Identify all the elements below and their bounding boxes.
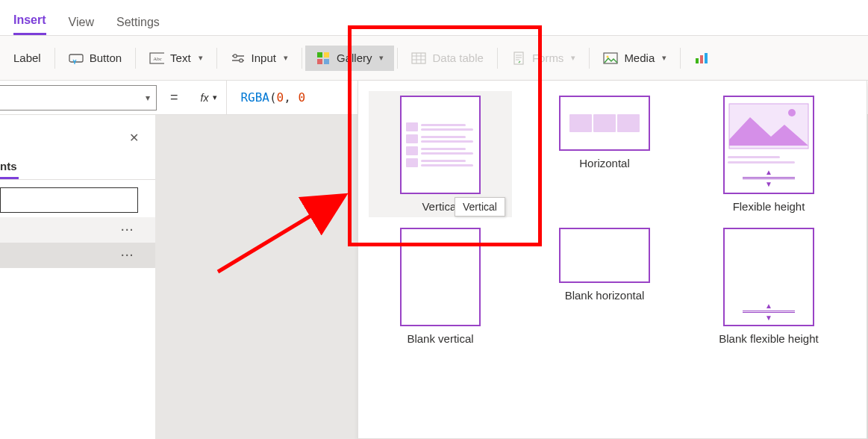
ribbon-separator [497,48,498,69]
gallery-label: Blank horizontal [565,289,645,302]
svg-point-13 [607,55,609,57]
pane-header: ✕ [0,115,155,160]
svg-point-18 [788,109,796,116]
open-paren: ( [269,90,277,105]
label-text: Label [13,52,41,64]
text-label: Text [170,52,191,64]
gallery-option-horizontal[interactable]: Horizontal [537,96,672,213]
ribbon-separator [680,48,681,69]
comma: , [284,90,291,105]
ribbon-label[interactable]: Label [3,46,51,70]
ribbon-chart[interactable] [684,46,712,71]
svg-rect-8 [317,59,322,64]
ribbon-text[interactable]: Abc Text ▾ [139,46,213,71]
svg-text:Abc: Abc [153,56,162,62]
tree-view-pane: ✕ nts ··· ··· [0,115,155,268]
equals-sign: = [157,90,192,105]
chevron-down-icon: ▾ [662,53,666,63]
tab-view[interactable]: View [69,16,94,35]
ribbon-separator [589,48,590,69]
tab-settings[interactable]: Settings [116,16,160,35]
svg-rect-10 [412,53,425,63]
ribbon-separator [397,48,398,69]
chevron-down-icon: ▾ [213,93,217,102]
svg-rect-15 [700,55,703,63]
chevron-down-icon: ▾ [199,53,203,63]
resize-grip-icon: ▲▼ [728,168,810,188]
ribbon-gallery[interactable]: Gallery ▾ [305,46,395,71]
property-dropdown[interactable]: ▾ [0,85,157,110]
table-icon [411,52,426,65]
tree-item[interactable]: ··· [0,217,155,243]
pane-tab-components[interactable]: nts [0,160,19,179]
svg-point-5 [239,58,242,61]
input-slider-icon [231,52,246,65]
top-tabs: Insert View Settings [0,0,868,36]
data-table-label: Data table [432,52,483,64]
svg-rect-6 [317,52,322,57]
gallery-label: Vertical [422,200,458,213]
formula-text[interactable]: RGBA(0, 0 [227,90,305,105]
tree-search-input[interactable] [0,187,138,213]
tab-insert[interactable]: Insert [13,13,46,35]
fx-label: fx [201,92,209,104]
gallery-grid-icon [316,52,331,65]
gallery-label: Gallery [337,52,372,64]
image-icon [603,52,618,65]
gallery-option-flexible-height[interactable]: ▲▼ Flexible height [702,96,836,213]
svg-rect-9 [324,59,329,64]
tree-item[interactable]: ··· [0,243,155,268]
ribbon-media[interactable]: Media ▾ [593,46,677,71]
gallery-option-blank-flexible[interactable]: ▲▼ Blank flexible height [702,228,836,345]
gallery-thumb-blank-horizontal [559,228,650,283]
ribbon-button[interactable]: Button [58,46,132,71]
gallery-option-blank-vertical[interactable]: Blank vertical [373,228,508,345]
ribbon-forms[interactable]: Forms ▾ [501,46,587,71]
ribbon-separator [302,48,302,69]
gallery-thumb-horizontal [559,96,650,151]
arg0: 0 [277,90,284,105]
chevron-down-icon: ▾ [146,93,150,103]
gallery-thumb-blank-flexible: ▲▼ [723,228,814,326]
more-options-icon[interactable]: ··· [121,224,134,236]
close-icon[interactable]: ✕ [129,131,139,145]
mountain-image-icon [728,102,810,150]
gallery-thumb-blank-vertical [400,228,481,326]
resize-grip-icon: ▲▼ [728,302,810,322]
ribbon-separator [216,48,217,69]
ribbon-input[interactable]: Input ▾ [220,46,299,71]
button-text: Button [90,52,122,64]
ribbon-data-table[interactable]: Data table [401,46,493,71]
svg-rect-16 [705,53,708,63]
gallery-label: Flexible height [733,200,805,213]
gallery-dropdown-panel: Vertical Horizontal ▲▼ Flexible height B… [357,81,867,439]
tooltip: Vertical [455,197,505,217]
chevron-down-icon: ▾ [284,53,288,63]
insert-ribbon: Label Button Abc Text ▾ Input ▾ [0,36,868,81]
fx-button[interactable]: fx ▾ [192,81,228,114]
gallery-option-blank-horizontal[interactable]: Blank horizontal [537,228,672,345]
input-label: Input [252,52,276,64]
pane-tabs: nts [0,160,155,180]
gallery-label: Horizontal [579,157,630,169]
gallery-label: Blank flexible height [719,332,818,345]
arg1-partial: 0 [299,90,306,105]
more-options-icon[interactable]: ··· [121,249,134,261]
svg-point-4 [233,54,236,57]
svg-rect-7 [324,52,329,57]
svg-rect-14 [696,58,699,63]
chart-icon [694,52,709,65]
ribbon-separator [135,48,136,69]
chevron-down-icon: ▾ [379,53,384,63]
chevron-down-icon: ▾ [571,53,575,63]
svg-rect-0 [69,55,83,62]
gallery-thumb-vertical [400,96,481,194]
gallery-label: Blank vertical [407,332,473,345]
text-abc-icon: Abc [149,52,164,65]
ribbon-separator [54,48,55,69]
media-label: Media [624,52,655,64]
forms-label: Forms [532,52,564,64]
formula-fn: RGBA [240,90,269,105]
button-icon [69,52,84,65]
gallery-thumb-flexible: ▲▼ [723,96,814,194]
